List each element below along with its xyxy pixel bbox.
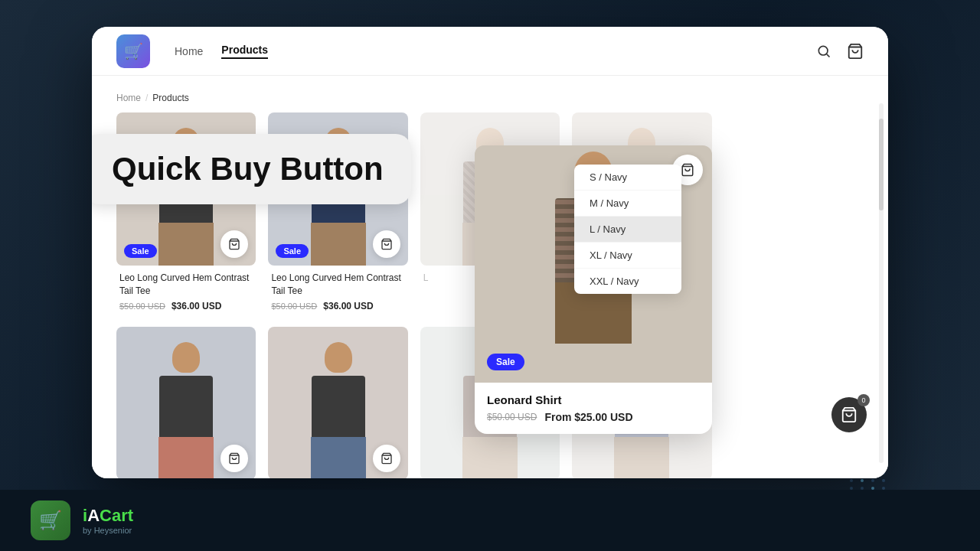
head [325,342,352,373]
pants [462,437,518,478]
quick-buy-label-box: Quick Buy Button [92,134,411,204]
popup-original-price: $50.00 USD [487,412,537,422]
brand-sub: by Heysenior [83,526,133,535]
breadcrumb-current: Products [152,93,188,103]
search-icon [816,44,831,59]
cart-icon [228,238,240,250]
brand-icon: 🛒 [31,500,70,540]
product-name: Leo Long Curved Hem Contrast Tail Tee [271,272,404,298]
svg-point-0 [818,46,828,55]
brand-name-accent: A [87,506,100,525]
original-price: $50.00 USD [271,302,317,311]
original-price: $50.00 USD [119,302,165,311]
dot [882,479,885,482]
browser-window: Quick Buy Button 🛒 Home Products [92,27,888,478]
product-pricing: $50.00 USD $36.00 USD [119,301,253,311]
popup-pricing: $50.00 USD From $25.00 USD [487,411,700,423]
breadcrumb-separator: / [145,93,148,103]
search-button[interactable] [816,44,831,59]
sale-badge: Sale [276,244,309,258]
variant-option-s-navy[interactable]: S / Navy [574,165,681,191]
body [159,376,213,437]
pants [158,223,214,266]
nav-links: Home Products [175,44,268,59]
cart-icon [381,238,393,250]
cart-badge: 0 [858,394,870,406]
product-image [268,327,407,478]
pants [311,437,366,478]
quick-buy-heading: Quick Buy Button [112,151,384,187]
dot [871,479,874,482]
product-card[interactable] [268,327,407,478]
body [312,376,365,437]
brand-name: iACart [83,506,133,526]
brand-bar: 🛒 iACart by Heysenior [0,490,980,551]
product-pricing: $50.00 USD $36.00 USD [271,301,404,311]
scrollbar-thumb[interactable] [879,119,884,210]
variant-option-m-navy[interactable]: M / Navy [574,191,681,217]
cart-icon [847,43,864,60]
cart-button[interactable] [847,43,864,60]
sale-badge: Sale [124,244,157,258]
svg-line-1 [827,54,830,57]
cart-icon [681,163,694,177]
floating-cart-button[interactable]: 0 [831,397,867,432]
pants [158,437,214,478]
cart-icon [841,406,858,423]
cart-icon [228,452,240,465]
breadcrumb: Home / Products [116,91,864,103]
product-info: Leo Long Curved Hem Contrast Tail Tee $5… [116,266,256,318]
cart-icon [381,452,393,465]
product-card[interactable] [116,327,256,478]
variant-option-xxl-navy[interactable]: XXL / Navy [574,269,681,294]
breadcrumb-home[interactable]: Home [116,93,141,103]
nav-home[interactable]: Home [175,45,203,57]
navbar-left: 🛒 Home Products [116,34,268,68]
brand-text: iACart by Heysenior [83,506,133,535]
nav-products[interactable]: Products [221,44,268,59]
spacer [724,112,864,318]
floating-cart-area: 0 [831,397,867,432]
logo-icon: 🛒 [116,34,150,68]
product-info: Leo Long Curved Hem Contrast Tail Tee $5… [268,266,407,318]
pants [311,223,366,266]
scrollbar-track [879,103,884,463]
product-image [116,327,256,478]
product-name: Leo Long Curved Hem Contrast Tail Tee [119,272,253,298]
popup-product-name: Leonard Shirt [487,393,700,406]
quick-buy-button[interactable] [220,445,248,472]
pants [614,437,669,478]
dot [861,479,864,482]
popup-sale-price: From $25.00 USD [544,411,632,423]
popup-product-info: Leonard Shirt $50.00 USD From $25.00 USD [475,383,712,434]
variant-option-l-navy[interactable]: L / Navy [574,217,681,243]
quick-buy-button[interactable] [373,230,400,258]
sale-price: $36.00 USD [323,301,373,311]
variant-dropdown[interactable]: S / Navy M / Navy L / Navy XL / Navy XXL… [574,165,681,294]
navbar: 🛒 Home Products [92,27,888,76]
navbar-right [816,43,864,60]
variant-option-xl-navy[interactable]: XL / Navy [574,243,681,269]
dot [850,479,853,482]
head [172,342,200,373]
popup-sale-badge: Sale [487,354,524,370]
sale-price: $36.00 USD [172,301,221,311]
quick-buy-button[interactable] [373,445,400,472]
